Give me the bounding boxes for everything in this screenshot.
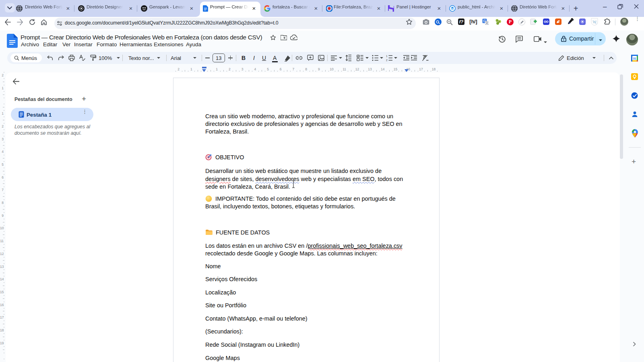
svg-text:文: 文 bbox=[485, 21, 489, 25]
svg-text:C: C bbox=[595, 21, 597, 25]
svg-text:31: 31 bbox=[633, 57, 636, 60]
